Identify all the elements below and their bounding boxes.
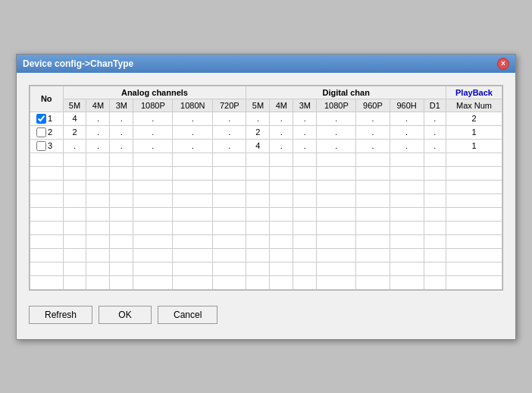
refresh-button[interactable]: Refresh bbox=[29, 306, 92, 324]
empty-cell bbox=[446, 152, 502, 166]
empty-cell bbox=[213, 262, 246, 275]
row-analog_5m-cell: . bbox=[63, 139, 86, 152]
empty-cell bbox=[356, 248, 390, 262]
empty-cell bbox=[133, 234, 173, 248]
row-2-checkbox[interactable] bbox=[36, 127, 46, 137]
row-dig_960p-cell: . bbox=[356, 112, 390, 125]
empty-cell bbox=[86, 207, 110, 221]
empty-table-row bbox=[30, 248, 502, 262]
playback-section-header: PlayBack bbox=[446, 86, 502, 99]
empty-cell bbox=[424, 248, 446, 262]
empty-cell bbox=[133, 275, 173, 289]
empty-cell bbox=[246, 262, 270, 275]
empty-cell bbox=[446, 262, 502, 275]
empty-cell bbox=[356, 152, 390, 166]
empty-cell bbox=[173, 180, 213, 193]
row-dig_4m-cell: . bbox=[270, 139, 293, 152]
row-analog_4m-cell: . bbox=[86, 139, 110, 152]
empty-cell bbox=[133, 262, 173, 275]
empty-cell bbox=[63, 166, 86, 180]
col-dig-4m: 4M bbox=[270, 99, 293, 112]
table-row: 3......4......1 bbox=[30, 139, 502, 152]
empty-cell bbox=[30, 234, 64, 248]
chan-type-table: No Analog channels Digital chan PlayBack… bbox=[30, 86, 502, 290]
empty-cell bbox=[317, 234, 356, 248]
col-analog-1080n: 1080N bbox=[173, 99, 213, 112]
dialog: Device config->ChanType × No Analog chan… bbox=[16, 54, 516, 340]
empty-cell bbox=[173, 207, 213, 221]
empty-cell bbox=[213, 207, 246, 221]
row-dig_960h-cell: . bbox=[390, 112, 424, 125]
row-dig_3m-cell: . bbox=[293, 139, 317, 152]
row-1-checkbox[interactable] bbox=[36, 114, 46, 124]
empty-cell bbox=[293, 180, 317, 193]
empty-cell bbox=[30, 166, 64, 180]
empty-cell bbox=[424, 262, 446, 275]
empty-table-row bbox=[30, 221, 502, 234]
row-analog_5m-cell: 4 bbox=[63, 112, 86, 125]
row-analog_1080n-cell: . bbox=[173, 112, 213, 125]
row-no-cell[interactable]: 2 bbox=[30, 125, 64, 139]
row-dig_960h-cell: . bbox=[390, 139, 424, 152]
empty-cell bbox=[390, 207, 424, 221]
empty-cell bbox=[390, 180, 424, 193]
empty-cell bbox=[390, 193, 424, 207]
row-dig_5m-cell: . bbox=[246, 112, 270, 125]
row-analog_1080p-cell: . bbox=[133, 112, 173, 125]
table-body: 14............222.....2......13......4..… bbox=[30, 112, 502, 289]
row-3-checkbox[interactable] bbox=[36, 141, 46, 151]
ok-button[interactable]: OK bbox=[99, 306, 152, 324]
table-container: No Analog channels Digital chan PlayBack… bbox=[29, 85, 503, 291]
col-analog-4m: 4M bbox=[86, 99, 110, 112]
empty-cell bbox=[390, 262, 424, 275]
empty-cell bbox=[133, 221, 173, 234]
empty-cell bbox=[424, 193, 446, 207]
empty-cell bbox=[86, 262, 110, 275]
empty-cell bbox=[270, 221, 293, 234]
close-button[interactable]: × bbox=[497, 58, 509, 70]
empty-cell bbox=[446, 248, 502, 262]
row-no-cell[interactable]: 3 bbox=[30, 139, 64, 152]
empty-cell bbox=[317, 275, 356, 289]
empty-cell bbox=[213, 166, 246, 180]
empty-cell bbox=[63, 221, 86, 234]
cancel-button[interactable]: Cancel bbox=[158, 306, 217, 324]
empty-table-row bbox=[30, 207, 502, 221]
footer: Refresh OK Cancel bbox=[29, 303, 503, 327]
empty-cell bbox=[86, 166, 110, 180]
empty-cell bbox=[424, 166, 446, 180]
empty-cell bbox=[173, 193, 213, 207]
empty-cell bbox=[133, 207, 173, 221]
empty-cell bbox=[424, 152, 446, 166]
empty-cell bbox=[30, 248, 64, 262]
empty-cell bbox=[213, 234, 246, 248]
empty-cell bbox=[293, 221, 317, 234]
empty-cell bbox=[424, 180, 446, 193]
empty-cell bbox=[110, 207, 133, 221]
empty-cell bbox=[110, 152, 133, 166]
col-dig-3m: 3M bbox=[293, 99, 317, 112]
empty-cell bbox=[133, 166, 173, 180]
row-no-cell[interactable]: 1 bbox=[30, 112, 64, 125]
empty-table-row bbox=[30, 234, 502, 248]
empty-cell bbox=[246, 166, 270, 180]
title-bar: Device config->ChanType × bbox=[17, 55, 515, 73]
empty-cell bbox=[110, 234, 133, 248]
section-header-row: No Analog channels Digital chan PlayBack bbox=[30, 86, 502, 99]
dialog-body: No Analog channels Digital chan PlayBack… bbox=[17, 73, 515, 339]
col-analog-3m: 3M bbox=[110, 99, 133, 112]
empty-cell bbox=[133, 248, 173, 262]
empty-cell bbox=[213, 221, 246, 234]
empty-cell bbox=[317, 262, 356, 275]
empty-cell bbox=[446, 207, 502, 221]
empty-cell bbox=[246, 275, 270, 289]
empty-cell bbox=[424, 234, 446, 248]
empty-cell bbox=[110, 193, 133, 207]
empty-table-row bbox=[30, 166, 502, 180]
table-row: 14............2 bbox=[30, 112, 502, 125]
empty-cell bbox=[63, 234, 86, 248]
empty-cell bbox=[63, 275, 86, 289]
empty-cell bbox=[86, 152, 110, 166]
empty-cell bbox=[390, 248, 424, 262]
empty-cell bbox=[446, 221, 502, 234]
